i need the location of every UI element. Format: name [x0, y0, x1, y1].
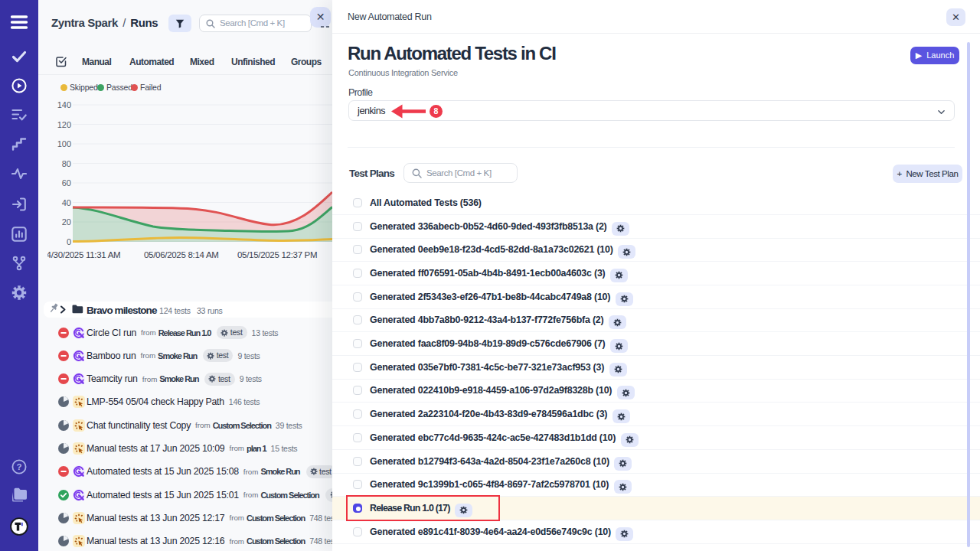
svg-text:?: ? — [16, 462, 21, 471]
